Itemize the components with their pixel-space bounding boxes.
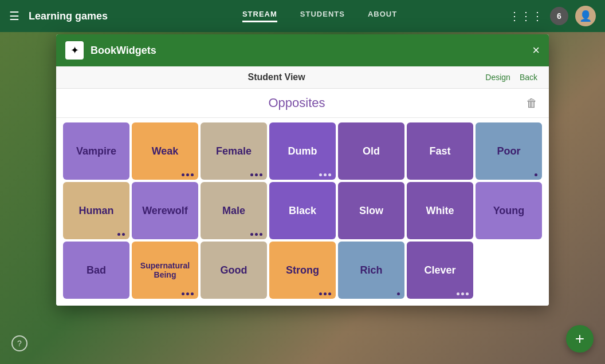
dot (182, 292, 184, 295)
card-werewolf[interactable]: Werewolf (132, 182, 198, 239)
card-strong[interactable]: Strong (269, 242, 336, 299)
card-dots (457, 292, 469, 295)
subheader-actions: Design Back (485, 73, 537, 82)
card-poor[interactable]: Poor (476, 122, 542, 180)
dot (250, 233, 253, 236)
modal: ✦ BookWidgets × Student View Design Back… (56, 34, 549, 306)
card-dumb[interactable]: Dumb (269, 122, 336, 180)
dot (186, 292, 189, 295)
dot (328, 173, 331, 176)
dot (117, 233, 120, 236)
card-white[interactable]: White (407, 182, 473, 239)
dot (535, 173, 537, 176)
card-weak[interactable]: Weak (132, 122, 198, 180)
dot (191, 292, 194, 295)
dot (122, 233, 125, 236)
card-supernatural[interactable]: Supernatural Being (132, 242, 198, 299)
card-fast[interactable]: Fast (407, 122, 473, 180)
help-button[interactable]: ? (11, 335, 28, 351)
card-vampire[interactable]: Vampire (63, 122, 129, 180)
card-clever[interactable]: Clever (407, 242, 473, 299)
fab-add-button[interactable]: + (566, 325, 594, 353)
card-dots (182, 292, 194, 295)
card-dots (182, 173, 194, 176)
card-dots (535, 173, 537, 176)
bookwidgets-logo: ✦ (65, 41, 84, 60)
cards-grid: Vampire Weak Female Dumb (56, 118, 549, 306)
back-link[interactable]: Back (520, 73, 537, 82)
trash-button[interactable]: 🗑 (526, 97, 537, 110)
dot (319, 173, 322, 176)
card-good[interactable]: Good (201, 242, 267, 299)
card-human[interactable]: Human (63, 182, 129, 239)
dot (250, 173, 253, 176)
modal-subheader: Student View Design Back (56, 66, 549, 89)
modal-header: ✦ BookWidgets × (56, 34, 549, 66)
dot (466, 292, 469, 295)
dot (255, 233, 258, 236)
dot (461, 292, 464, 295)
dot (324, 292, 327, 295)
widget-title: Opposites (68, 96, 526, 110)
dot (182, 173, 184, 176)
dot (457, 292, 459, 295)
card-male[interactable]: Male (201, 182, 267, 239)
modal-title: BookWidgets (91, 45, 525, 57)
card-rich[interactable]: Rich (338, 242, 404, 299)
dot (319, 292, 322, 295)
card-young[interactable]: Young (476, 182, 542, 239)
card-dots (397, 292, 400, 295)
dot (328, 292, 331, 295)
dot (260, 233, 262, 236)
card-black[interactable]: Black (269, 182, 336, 239)
dot (191, 173, 194, 176)
card-dots (319, 173, 331, 176)
modal-overlay: ✦ BookWidgets × Student View Design Back… (0, 0, 605, 364)
card-empty (476, 242, 542, 299)
dot (397, 292, 400, 295)
card-female[interactable]: Female (201, 122, 267, 180)
widget-title-row: Opposites 🗑 (56, 89, 549, 118)
card-dots (319, 292, 331, 295)
dot (186, 173, 189, 176)
card-dots (250, 233, 262, 236)
design-link[interactable]: Design (485, 73, 510, 82)
dot (260, 173, 262, 176)
student-view-label: Student View (68, 72, 485, 82)
card-bad[interactable]: Bad (63, 242, 129, 299)
modal-close-button[interactable]: × (532, 44, 540, 57)
dot (324, 173, 327, 176)
card-old[interactable]: Old (338, 122, 404, 180)
card-slow[interactable]: Slow (338, 182, 404, 239)
dot (255, 173, 258, 176)
card-dots (117, 233, 125, 236)
card-dots (250, 173, 262, 176)
